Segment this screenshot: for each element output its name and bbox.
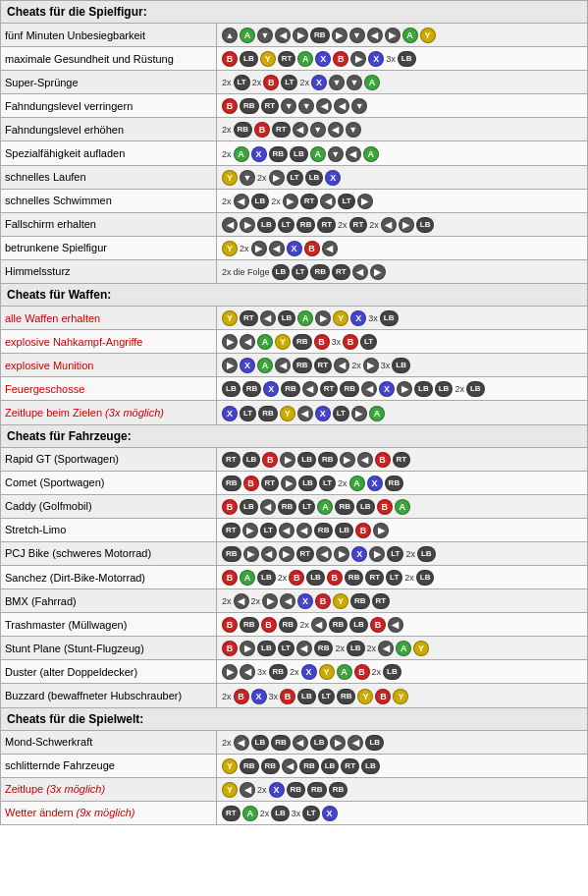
cheat-label: fünf Minuten Unbesiegbarkeit <box>1 24 217 47</box>
cheat-codes: 2xBX3xBLBLTRBYBY <box>217 684 588 707</box>
table-row: Duster (alter Doppeldecker)▶◀3xRB2xXYAB2… <box>1 660 588 684</box>
table-row: BMX (Fahrrad)2x◀2x▶◀XBYRBRT <box>1 589 588 613</box>
cheat-label: explosive Munition <box>1 354 217 377</box>
cheat-label: Trashmaster (Müllwagen) <box>1 613 217 637</box>
cheat-codes: Y2x▶◀XB◀ <box>217 236 588 259</box>
cheat-label: BMX (Fahrrad) <box>1 589 217 613</box>
cheat-codes: BRBRT▼▼◀◀▼ <box>217 94 588 118</box>
cheat-label: maximale Gesundheit und Rüstung <box>1 47 217 71</box>
table-row: PCJ Bike (schweres Motorrad)RB▶◀▶RT◀▶X▶L… <box>1 541 588 565</box>
table-row: schnelles LaufenY▼2x▶LTLBX <box>1 165 588 189</box>
table-row: schnelles Schwimmen2x◀LB2x▶RT◀LT▶ <box>1 189 588 212</box>
cheat-codes: 2x◀2x▶◀XBYRBRT <box>217 589 588 613</box>
section-header-row: Cheats für die Spielfigur: <box>1 1 588 24</box>
cheat-codes: LBRBXRB◀RTRB◀X▶LBLB2xLB <box>217 377 588 401</box>
cheat-label: explosive Nahkampf-Angriffe <box>1 330 217 354</box>
cheat-codes: RTLBB▶LBRB▶◀BRT <box>217 447 588 471</box>
cheat-codes: BRBBRB2x◀RBLBB◀ <box>217 613 588 637</box>
table-row: Comet (Sportwagen)RBBRT▶LBLT2xAXRB <box>1 471 588 494</box>
cheat-label: PCJ Bike (schweres Motorrad) <box>1 541 217 565</box>
cheat-label: Mond-Schwerkraft <box>1 730 217 754</box>
cheat-codes: RB▶◀▶RT◀▶X▶LT2xLB <box>217 541 588 565</box>
cheat-label: betrunkene Spielfigur <box>1 236 217 259</box>
cheat-codes: ▶◀AYRBB3xBLT <box>217 330 588 354</box>
cheat-codes: Y▼2x▶LTLBX <box>217 165 588 189</box>
table-row: Fahndungslevel erhöhen2xRBBRT◀▼◀▼ <box>1 118 588 141</box>
cheat-label: Himmelssturz <box>1 259 217 283</box>
cheat-codes: ▶XA◀RBRT◀2x▶3xLB <box>217 354 588 377</box>
section-header-row: Cheats für Fahrzeuge: <box>1 424 588 447</box>
cheat-codes: BALB2xBLBBRBRTLT2xLB <box>217 565 588 588</box>
table-row: Mond-Schwerkraft2x◀LBRB◀LB▶◀LB <box>1 730 588 754</box>
cheat-codes: BLBYRTAXB▶X3xLB <box>217 47 588 71</box>
cheat-label: Rapid GT (Sportwagen) <box>1 447 217 471</box>
cheat-label: Zeitlupe beim Zielen (3x möglich) <box>1 401 217 424</box>
cheat-label: Wetter ändern (9x möglich) <box>1 801 217 824</box>
cheat-label: Zeitlupe (3x möglich) <box>1 777 217 801</box>
table-row: Wetter ändern (9x möglich)RTA2xLB3xLTX <box>1 801 588 824</box>
cheat-label: Comet (Sportwagen) <box>1 471 217 494</box>
table-row: schlitternde FahrzeugeYRBRB◀RBLBRTLB <box>1 754 588 777</box>
cheat-codes: B▶LBLT◀RB2xLB2x◀AY <box>217 637 588 660</box>
table-row: Trashmaster (Müllwagen)BRBBRB2x◀RBLBB◀ <box>1 613 588 637</box>
cheat-codes: RBBRT▶LBLT2xAXRB <box>217 471 588 494</box>
cheat-codes: YRBRB◀RBLBRTLB <box>217 754 588 777</box>
cheat-label: schnelles Laufen <box>1 165 217 189</box>
cheat-label: Buzzard (bewaffneter Hubschrauber) <box>1 684 217 707</box>
cheat-label: schlitternde Fahrzeuge <box>1 754 217 777</box>
cheat-codes: Y◀2xXRBRBRB <box>217 777 588 801</box>
table-row: Super-Sprünge2xLT2xBLT2xX▼▼A <box>1 71 588 94</box>
cheats-table: Cheats für die Spielfigur:fünf Minuten U… <box>0 0 588 825</box>
cheat-codes: YRT◀LBA▶YX3xLB <box>217 307 588 330</box>
section-header-row: Cheats für Waffen: <box>1 284 588 307</box>
cheat-label: alle Waffen erhalten <box>1 307 217 330</box>
section-header-label: Cheats für die Spielwelt: <box>1 707 588 730</box>
table-row: Spezialfähigkeit aufladen2xAXRBLBA▼◀A <box>1 141 588 165</box>
table-row: Fallschirm erhalten◀▶LBLTRBRT2xRT2x◀▶LB <box>1 212 588 236</box>
cheat-codes: RTA2xLB3xLTX <box>217 801 588 824</box>
cheat-label: Fahndungslevel verringern <box>1 94 217 118</box>
cheat-label: Fallschirm erhalten <box>1 212 217 236</box>
table-row: Zeitlupe beim Zielen (3x möglich)XLTRBY◀… <box>1 401 588 424</box>
cheat-codes: ▶◀3xRB2xXYAB2xLB <box>217 660 588 684</box>
cheat-label: Fahndungslevel erhöhen <box>1 118 217 141</box>
cheat-codes: ▲A▼◀▶RB▶▼◀▶AY <box>217 24 588 47</box>
table-row: betrunkene SpielfigurY2x▶◀XB◀ <box>1 236 588 259</box>
cheat-label: Stunt Plane (Stunt-Flugzeug) <box>1 637 217 660</box>
cheat-label: Super-Sprünge <box>1 71 217 94</box>
table-row: Fahndungslevel verringernBRBRT▼▼◀◀▼ <box>1 94 588 118</box>
cheat-codes: XLTRBY◀XLT▶A <box>217 401 588 424</box>
cheat-label: Sanchez (Dirt-Bike-Motorrad) <box>1 565 217 588</box>
table-row: Himmelssturz2xdie FolgeLBLTRBRT◀▶ <box>1 259 588 283</box>
cheat-label: Duster (alter Doppeldecker) <box>1 660 217 684</box>
table-row: Stretch-LimoRT▶LT◀◀RBLBB▶ <box>1 518 588 541</box>
table-row: Stunt Plane (Stunt-Flugzeug)B▶LBLT◀RB2xL… <box>1 637 588 660</box>
cheat-codes: BLB◀RBLTARBLBBA <box>217 494 588 518</box>
cheat-codes: 2xRBBRT◀▼◀▼ <box>217 118 588 141</box>
cheat-codes: RT▶LT◀◀RBLBB▶ <box>217 518 588 541</box>
cheat-codes: 2xLT2xBLT2xX▼▼A <box>217 71 588 94</box>
cheat-codes: 2xdie FolgeLBLTRBRT◀▶ <box>217 259 588 283</box>
table-row: Sanchez (Dirt-Bike-Motorrad)BALB2xBLBBRB… <box>1 565 588 588</box>
section-header-row: Cheats für die Spielwelt: <box>1 707 588 730</box>
table-row: Buzzard (bewaffneter Hubschrauber)2xBX3x… <box>1 684 588 707</box>
cheat-codes: 2xAXRBLBA▼◀A <box>217 141 588 165</box>
cheat-label: schnelles Schwimmen <box>1 189 217 212</box>
cheat-codes: 2x◀LBRB◀LB▶◀LB <box>217 730 588 754</box>
table-row: explosive Munition▶XA◀RBRT◀2x▶3xLB <box>1 354 588 377</box>
table-row: Zeitlupe (3x möglich)Y◀2xXRBRBRB <box>1 777 588 801</box>
table-row: explosive Nahkampf-Angriffe▶◀AYRBB3xBLT <box>1 330 588 354</box>
section-header-label: Cheats für die Spielfigur: <box>1 1 588 24</box>
table-row: Caddy (Golfmobil)BLB◀RBLTARBLBBA <box>1 494 588 518</box>
table-row: alle Waffen erhaltenYRT◀LBA▶YX3xLB <box>1 307 588 330</box>
table-row: fünf Minuten Unbesiegbarkeit▲A▼◀▶RB▶▼◀▶A… <box>1 24 588 47</box>
table-row: maximale Gesundheit und RüstungBLBYRTAXB… <box>1 47 588 71</box>
cheat-codes: ◀▶LBLTRBRT2xRT2x◀▶LB <box>217 212 588 236</box>
cheat-label: Feuergeschosse <box>1 377 217 401</box>
cheat-label: Spezialfähigkeit aufladen <box>1 141 217 165</box>
section-header-label: Cheats für Waffen: <box>1 284 588 307</box>
section-header-label: Cheats für Fahrzeuge: <box>1 424 588 447</box>
table-row: FeuergeschosseLBRBXRB◀RTRB◀X▶LBLB2xLB <box>1 377 588 401</box>
cheat-label: Caddy (Golfmobil) <box>1 494 217 518</box>
table-row: Rapid GT (Sportwagen)RTLBB▶LBRB▶◀BRT <box>1 447 588 471</box>
